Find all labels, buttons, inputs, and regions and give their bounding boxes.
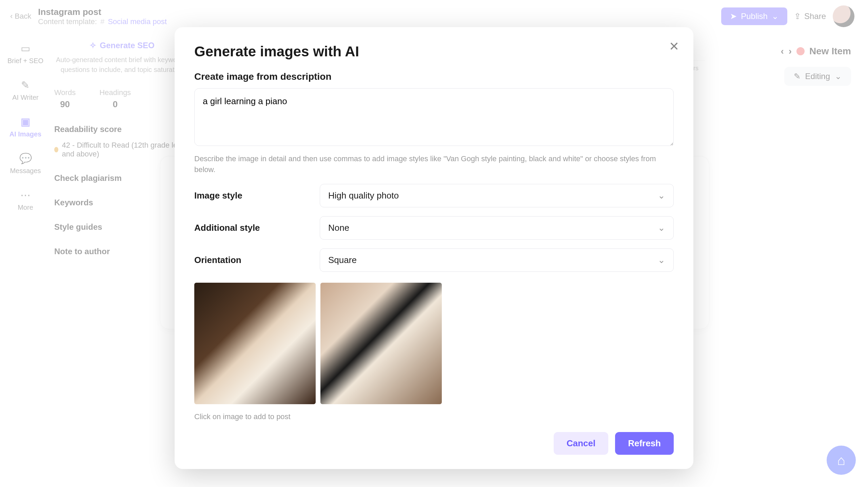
image-style-value: High quality photo [328, 190, 399, 201]
refresh-button[interactable]: Refresh [615, 432, 674, 455]
close-button[interactable]: ✕ [669, 39, 679, 54]
add-to-post-hint: Click on image to add to post [194, 412, 674, 421]
additional-style-select[interactable]: None [320, 216, 674, 240]
generated-image-2[interactable] [320, 283, 442, 404]
additional-style-label: Additional style [194, 223, 320, 233]
cancel-button[interactable]: Cancel [554, 432, 608, 455]
orientation-select[interactable]: Square [320, 248, 674, 272]
description-label: Create image from description [194, 71, 674, 82]
modal-title: Generate images with AI [194, 43, 674, 60]
image-style-label: Image style [194, 190, 320, 201]
close-icon: ✕ [669, 39, 679, 53]
additional-style-value: None [328, 223, 349, 233]
modal-overlay: ✕ Generate images with AI Create image f… [0, 0, 868, 487]
description-input[interactable] [194, 88, 674, 146]
thumbnail-row [194, 283, 674, 404]
generated-image-1[interactable] [194, 283, 316, 404]
image-style-select[interactable]: High quality photo [320, 184, 674, 207]
orientation-label: Orientation [194, 255, 320, 265]
description-hint: Describe the image in detail and then us… [194, 153, 674, 175]
orientation-value: Square [328, 255, 357, 265]
ai-image-modal: ✕ Generate images with AI Create image f… [175, 27, 693, 469]
